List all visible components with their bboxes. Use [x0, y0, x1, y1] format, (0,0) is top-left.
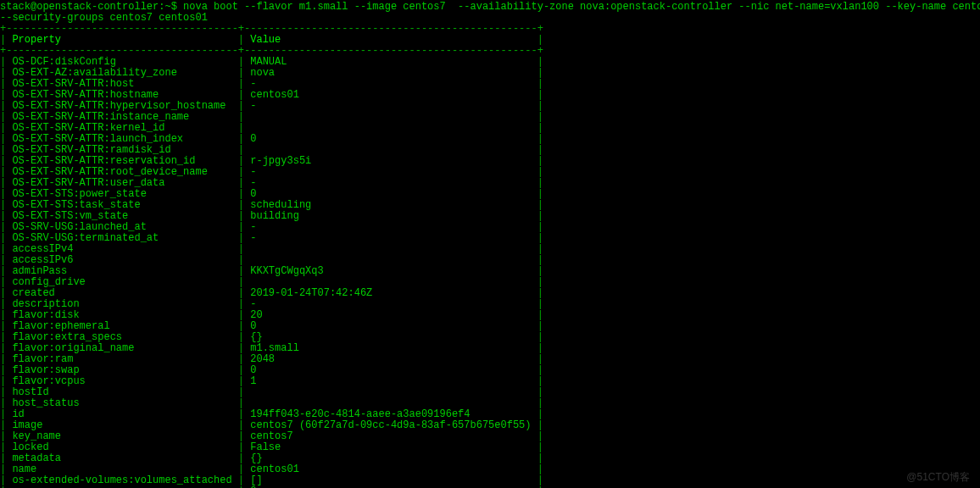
table-header-row: | Property | Value | [0, 34, 543, 46]
table-cell-property: id [12, 408, 231, 420]
column-header-value: Value [250, 34, 531, 46]
table-cell-value: building [250, 210, 531, 222]
table-cell-property: flavor:disk [12, 309, 231, 321]
table-cell-value: {} [250, 452, 531, 464]
table-cell-value: centos7 [250, 430, 531, 442]
table-border-mid: +--------------------------------------+… [0, 45, 543, 57]
table-cell-property: OS-SRV-USG:terminated_at [12, 232, 231, 244]
table-cell-value: - [250, 78, 531, 90]
table-cell-value [250, 397, 531, 409]
table-cell-property: os-extended-volumes:volumes_attached [12, 474, 231, 486]
table-cell-value: - [250, 221, 531, 233]
table-cell-value: 2048 [250, 353, 531, 365]
table-cell-value: - [250, 177, 531, 189]
table-cell-value: 194ff043-e20c-4814-aaee-a3ae09196ef4 [250, 408, 531, 420]
table-cell-value: 0 [250, 364, 531, 376]
table-cell-value: - [250, 232, 531, 244]
table-cell-property: OS-EXT-AZ:availability_zone [12, 67, 231, 79]
table-cell-property: flavor:ephemeral [12, 320, 231, 332]
table-cell-property: created [12, 287, 231, 299]
table-cell-property: OS-EXT-SRV-ATTR:hypervisor_hostname [12, 100, 231, 112]
table-cell-value [250, 243, 531, 255]
table-cell-property: OS-EXT-SRV-ATTR:ramdisk_id [12, 144, 231, 156]
table-cell-property: flavor:ram [12, 353, 231, 365]
table-cell-value: centos01 [250, 463, 531, 475]
table-cell-property: OS-EXT-SRV-ATTR:kernel_id [12, 122, 231, 134]
table-cell-property: OS-EXT-SRV-ATTR:host [12, 78, 231, 90]
table-cell-value: KKXTgCWgqXq3 [250, 265, 531, 277]
table-cell-property: OS-EXT-STS:task_state [12, 199, 231, 211]
table-cell-property: flavor:swap [12, 364, 231, 376]
table-cell-value: False [250, 441, 531, 453]
table-cell-property: host_status [12, 397, 231, 409]
table-cell-property: image [12, 419, 231, 431]
table-cell-property: OS-EXT-SRV-ATTR:instance_name [12, 111, 231, 123]
watermark: @51CTO博客 [906, 472, 970, 483]
table-cell-value: - [250, 166, 531, 178]
table-cell-property: OS-EXT-SRV-ATTR:root_device_name [12, 166, 231, 178]
table-cell-property: adminPass [12, 265, 231, 277]
table-cell-property: flavor:original_name [12, 342, 231, 354]
table-cell-value: {} [250, 331, 531, 343]
table-cell-property: description [12, 298, 231, 310]
table-cell-property: OS-EXT-SRV-ATTR:launch_index [12, 133, 231, 145]
table-cell-value: r-jpgy3s5i [250, 155, 531, 167]
table-cell-property: OS-EXT-SRV-ATTR:hostname [12, 89, 231, 101]
table-cell-value: 2019-01-24T07:42:46Z [250, 287, 531, 299]
table-cell-value: 0 [250, 320, 531, 332]
table-cell-property: OS-SRV-USG:launched_at [12, 221, 231, 233]
table-cell-property: locked [12, 441, 231, 453]
table-border-top: +--------------------------------------+… [0, 23, 543, 35]
command-line-2: --security-groups centos7 centos01 [0, 12, 208, 24]
table-cell-value: MANUAL [250, 56, 531, 68]
table-cell-value: 1 [250, 375, 531, 387]
table-cell-value [250, 144, 531, 156]
table-cell-property: key_name [12, 430, 231, 442]
table-cell-property: flavor:extra_specs [12, 331, 231, 343]
table-cell-value: 20 [250, 309, 531, 321]
table-cell-property: OS-EXT-SRV-ATTR:user_data [12, 177, 231, 189]
terminal-output[interactable]: stack@openstack-controller:~$ nova boot … [0, 0, 980, 488]
table-cell-property: accessIPv4 [12, 243, 231, 255]
table-cell-value [250, 254, 531, 266]
table-cell-property: OS-EXT-SRV-ATTR:reservation_id [12, 155, 231, 167]
table-cell-value: m1.small [250, 342, 531, 354]
table-cell-property: config_drive [12, 276, 231, 288]
table-cell-value: centos01 [250, 89, 531, 101]
table-cell-value [250, 122, 531, 134]
table-cell-property: flavor:vcpus [12, 375, 231, 387]
table-cell-property: accessIPv6 [12, 254, 231, 266]
column-header-property: Property [12, 34, 231, 46]
command-line-1: nova boot --flavor m1.small --image cent… [183, 1, 980, 13]
table-cell-property: OS-DCF:diskConfig [12, 56, 231, 68]
table-cell-property: OS-EXT-STS:power_state [12, 188, 231, 200]
table-cell-value: scheduling [250, 199, 531, 211]
table-cell-value [250, 386, 531, 398]
table-cell-value: - [250, 100, 531, 112]
table-cell-property: name [12, 463, 231, 475]
table-cell-value: centos7 (60f27a7d-09cc-4d9a-83af-657b675… [250, 419, 531, 431]
table-cell-value: 0 [250, 188, 531, 200]
table-cell-value [250, 111, 531, 123]
table-body: | OS-DCF:diskConfig | MANUAL | | OS-EXT-… [0, 56, 543, 488]
table-cell-value [250, 276, 531, 288]
table-cell-property: OS-EXT-STS:vm_state [12, 210, 231, 222]
table-cell-value: [] [250, 474, 531, 486]
table-cell-value: 0 [250, 133, 531, 145]
table-cell-property: metadata [12, 452, 231, 464]
table-cell-value: - [250, 298, 531, 310]
shell-prompt: stack@openstack-controller:~$ [0, 1, 183, 13]
table-cell-property: hostId [12, 386, 231, 398]
table-cell-value: nova [250, 67, 531, 79]
